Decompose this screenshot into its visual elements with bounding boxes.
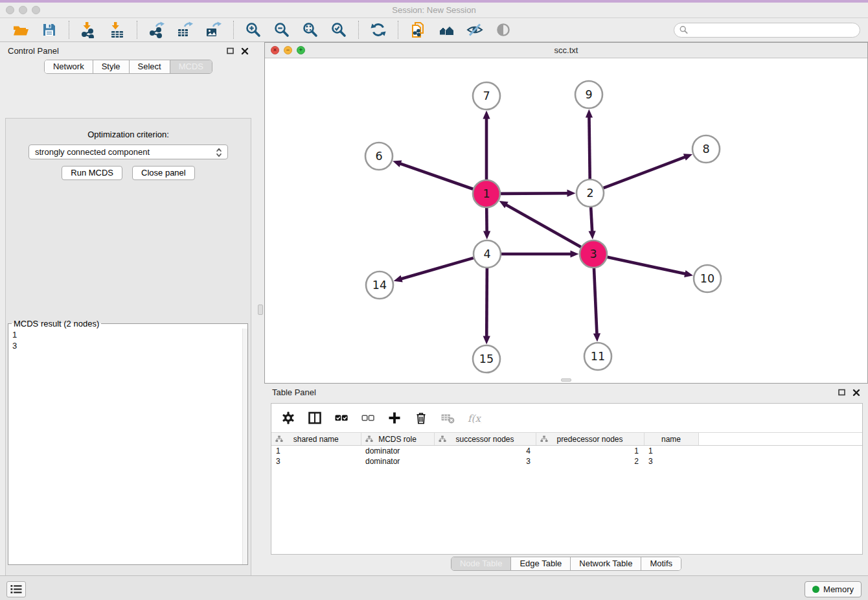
table-tab-motifs[interactable]: Motifs xyxy=(641,557,681,570)
graph-node-11[interactable]: 11 xyxy=(584,343,611,370)
close-table-panel-icon[interactable] xyxy=(852,388,860,397)
export-table-icon[interactable] xyxy=(177,21,194,38)
houses-icon[interactable] xyxy=(438,21,455,38)
memory-status-dot xyxy=(812,586,819,593)
network-canvas[interactable]: 7968124314101511 xyxy=(265,58,867,382)
memory-label: Memory xyxy=(823,584,854,594)
import-table-icon[interactable] xyxy=(109,21,126,38)
search-icon xyxy=(680,26,688,34)
memory-button[interactable]: Memory xyxy=(805,581,862,597)
tab-style[interactable]: Style xyxy=(93,60,129,73)
graph-edge-3-11[interactable] xyxy=(594,268,597,336)
graph-edge-3-1[interactable] xyxy=(504,203,580,247)
close-panel-button[interactable]: Close panel xyxy=(132,166,195,180)
task-history-button[interactable] xyxy=(6,581,26,597)
graph-edge-2-3[interactable] xyxy=(591,207,592,234)
tab-mcds[interactable]: MCDS xyxy=(170,60,212,73)
refresh-icon[interactable] xyxy=(370,21,387,38)
graph-edge-4-14[interactable] xyxy=(399,258,474,279)
network-window-titlebar[interactable]: × − + scc.txt xyxy=(265,43,867,58)
splitter-grip[interactable] xyxy=(258,305,263,315)
tab-network[interactable]: Network xyxy=(45,60,93,73)
graph-edge-2-9[interactable] xyxy=(589,115,589,179)
graph-edge-1-6[interactable] xyxy=(398,163,473,189)
table-tab-node-table[interactable]: Node Table xyxy=(451,557,511,570)
document-network-icon[interactable] xyxy=(409,21,426,38)
table-cell[interactable]: dominator xyxy=(361,446,434,456)
import-network-icon[interactable] xyxy=(80,21,97,38)
zoom-selected-icon[interactable] xyxy=(330,21,347,38)
toolbar-separator xyxy=(358,21,359,39)
table-cell[interactable]: 1 xyxy=(644,446,698,456)
toolbar-separator xyxy=(69,21,69,39)
graph-node-2[interactable]: 2 xyxy=(577,179,604,207)
table-cell[interactable]: 4 xyxy=(434,446,536,456)
application-window: Session: New Session Control Panel xyxy=(0,0,868,600)
table-cell[interactable]: 3 xyxy=(434,456,536,467)
control-panel: Control Panel NetworkStyleSelectMCDS Opt… xyxy=(0,42,257,575)
control-panel-tabs: NetworkStyleSelectMCDS xyxy=(0,60,257,74)
open-session-icon[interactable] xyxy=(12,21,29,38)
graph-node-8[interactable]: 8 xyxy=(692,135,720,163)
column-header-predecessor-nodes[interactable]: predecessor nodes xyxy=(536,433,644,446)
zoom-fit-icon[interactable] xyxy=(302,21,319,38)
float-panel-icon[interactable] xyxy=(226,47,234,55)
table-tab-edge-table[interactable]: Edge Table xyxy=(510,557,570,570)
canvas-grip[interactable] xyxy=(561,378,571,382)
float-table-panel-icon[interactable] xyxy=(838,388,846,397)
graph-node-6[interactable]: 6 xyxy=(365,143,393,170)
graph-node-14[interactable]: 14 xyxy=(366,271,393,299)
table-row[interactable]: 1dominator411 xyxy=(271,446,862,456)
graph-edge-arrowhead xyxy=(586,109,593,117)
zoom-in-icon[interactable] xyxy=(245,21,262,38)
run-mcds-button[interactable]: Run MCDS xyxy=(62,166,122,180)
zoom-out-icon[interactable] xyxy=(273,21,290,38)
result-scrollbar[interactable] xyxy=(242,329,247,564)
export-image-icon[interactable] xyxy=(205,21,222,38)
export-network-icon[interactable] xyxy=(148,21,165,38)
table-tab-network-table[interactable]: Network Table xyxy=(570,557,641,570)
column-header-successor-nodes[interactable]: successor nodes xyxy=(434,433,536,446)
graph-node-3[interactable]: 3 xyxy=(580,240,607,268)
eye-slash-icon[interactable] xyxy=(466,21,483,38)
gear-icon[interactable] xyxy=(281,411,295,425)
graph-node-15[interactable]: 15 xyxy=(473,345,500,373)
graph-node-9[interactable]: 9 xyxy=(575,81,602,108)
svg-text:3: 3 xyxy=(589,248,597,260)
graph-edge-3-10[interactable] xyxy=(608,257,688,275)
trash-icon[interactable] xyxy=(414,411,428,425)
graph-edge-2-8[interactable] xyxy=(604,156,687,188)
plus-icon[interactable] xyxy=(387,411,402,425)
search-field[interactable] xyxy=(674,23,860,38)
tab-select[interactable]: Select xyxy=(129,60,170,73)
graph-node-4[interactable]: 4 xyxy=(474,240,501,268)
svg-text:8: 8 xyxy=(702,143,709,156)
table-cell[interactable]: 3 xyxy=(644,456,698,467)
table-cell[interactable]: dominator xyxy=(361,456,434,467)
eye-disabled-icon xyxy=(495,21,512,38)
checkboxes-unchecked-icon[interactable] xyxy=(361,411,375,425)
save-session-icon[interactable] xyxy=(41,21,58,38)
graph-node-1[interactable]: 1 xyxy=(473,180,500,207)
graph-edge-arrowhead xyxy=(684,270,693,277)
table-cell[interactable]: 1 xyxy=(536,446,644,456)
column-header-mcds-role[interactable]: MCDS role xyxy=(361,433,434,446)
column-header-name[interactable]: name xyxy=(644,433,698,446)
search-input[interactable] xyxy=(691,25,860,35)
graph-edge-4-15[interactable] xyxy=(486,268,487,339)
graph-edge-1-2[interactable] xyxy=(501,193,570,194)
table-cell[interactable]: 2 xyxy=(536,456,644,467)
graph-edge-arrowhead xyxy=(683,154,692,160)
split-pane-icon[interactable] xyxy=(308,411,322,425)
column-header-shared-name[interactable]: shared name xyxy=(271,433,361,446)
criterion-select[interactable]: strongly connected component xyxy=(29,144,228,159)
graph-node-10[interactable]: 10 xyxy=(694,265,721,292)
table-cell[interactable]: 1 xyxy=(271,446,361,456)
select-stepper-icon xyxy=(214,147,223,158)
close-panel-icon[interactable] xyxy=(240,47,249,55)
table-row[interactable]: 3dominator323 xyxy=(271,456,862,467)
checkboxes-checked-icon[interactable] xyxy=(334,411,348,425)
graph-node-7[interactable]: 7 xyxy=(473,82,500,110)
network-graph[interactable]: 7968124314101511 xyxy=(265,58,867,382)
table-cell[interactable]: 3 xyxy=(271,456,361,467)
